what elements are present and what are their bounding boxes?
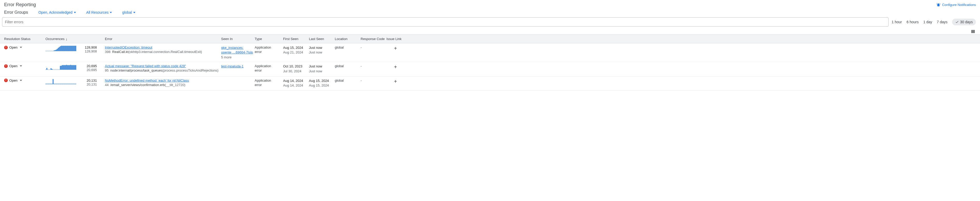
response-code-cell: - <box>361 45 387 49</box>
chevron-down-icon <box>20 47 22 48</box>
configure-notifications-link[interactable]: Configure Notifications <box>936 3 976 7</box>
occurrences-cell: 20,69520,695 <box>45 64 105 72</box>
occ-sub: 20,131 <box>79 82 97 86</box>
col-issue-link[interactable]: Issue Link <box>387 37 404 41</box>
error-location: 95 node:internal/process/task_queues(pro… <box>105 69 221 72</box>
type-cell: Applicationerror <box>255 64 283 73</box>
seen-in-cell: test-mpaluda-1 <box>221 64 255 69</box>
occ-sub: 128,908 <box>79 49 97 53</box>
sparkline <box>45 64 76 70</box>
location-cell: global <box>335 64 361 68</box>
error-status-icon <box>4 46 8 49</box>
chevron-down-icon <box>133 12 135 13</box>
time-range-selector: 1 hour6 hours1 day7 days30 days <box>892 19 976 26</box>
table-row: Open128,908128,908InterruptedIOException… <box>0 43 980 62</box>
error-status-icon <box>4 64 8 68</box>
configure-notifications-label: Configure Notifications <box>942 3 976 7</box>
error-location: 398 RealCall.kt(okhttp3.internal.connect… <box>105 50 221 54</box>
filter-resource-dropdown[interactable]: All Resources <box>86 10 112 14</box>
seen-in-link[interactable]: opente …69664-7lslp <box>221 50 255 55</box>
sparkline <box>45 45 76 51</box>
chevron-down-icon <box>110 12 112 13</box>
response-code-cell: - <box>361 78 387 82</box>
error-link[interactable]: Actual message: "Request failed with sta… <box>105 64 186 68</box>
col-error[interactable]: Error <box>105 37 221 41</box>
filter-errors-input[interactable] <box>2 17 889 27</box>
first-seen-cell: Aug 14, 2024Aug 14, 2024 <box>283 78 309 88</box>
time-option-1day[interactable]: 1 day <box>923 20 932 24</box>
occ-total: 20,695 <box>79 64 97 68</box>
occurrences-cell: 20,13120,131 <box>45 78 105 86</box>
check-icon <box>955 20 959 24</box>
seen-in-more: 5 more <box>221 55 255 59</box>
col-occurrences[interactable]: Occurrences↓ <box>45 37 105 41</box>
occ-sub: 20,695 <box>79 68 97 72</box>
add-issue-link-button[interactable]: + <box>393 45 398 51</box>
last-seen-cell: Just nowJust now <box>309 64 335 73</box>
seen-in-link[interactable]: test-mpaluda-1 <box>221 64 255 69</box>
col-resolution[interactable]: Resolution Status <box>4 37 45 41</box>
status-dropdown[interactable]: Open <box>4 64 45 68</box>
location-cell: global <box>335 45 361 49</box>
error-cell: NoMethodError: undefined method `each' f… <box>105 78 221 87</box>
add-issue-link-button[interactable]: + <box>393 78 398 85</box>
columns-icon[interactable] <box>971 29 975 34</box>
add-issue-link-button[interactable]: + <box>393 64 398 70</box>
error-location: 44 /email_server/views/confirmation.erb(… <box>105 83 221 87</box>
table-row: Open20,13120,131NoMethodError: undefined… <box>0 77 980 91</box>
response-code-cell: - <box>361 64 387 68</box>
bell-alert-icon <box>936 3 940 7</box>
table-header: Resolution Status Occurrences↓ Error See… <box>0 34 980 43</box>
error-status-icon <box>4 78 8 82</box>
col-first-seen[interactable]: First Seen <box>283 37 309 41</box>
time-option-7days[interactable]: 7 days <box>937 20 947 24</box>
status-dropdown[interactable]: Open <box>4 45 45 49</box>
chevron-down-icon <box>20 80 22 81</box>
col-type[interactable]: Type <box>255 37 283 41</box>
last-seen-cell: Just nowJust now <box>309 45 335 55</box>
page-title: Error Reporting <box>4 2 36 8</box>
location-cell: global <box>335 78 361 82</box>
time-option-1hour[interactable]: 1 hour <box>892 20 902 24</box>
error-link[interactable]: InterruptedIOException: timeout <box>105 45 153 49</box>
error-link[interactable]: NoMethodError: undefined method `each' f… <box>105 78 189 82</box>
error-cell: Actual message: "Request failed with sta… <box>105 64 221 72</box>
occ-total: 20,131 <box>79 78 97 82</box>
col-location[interactable]: Location <box>335 37 361 41</box>
filter-status-dropdown[interactable]: Open, Acknowledged <box>38 10 76 14</box>
col-response-code[interactable]: Response Code <box>361 37 387 41</box>
time-option-6hours[interactable]: 6 hours <box>907 20 919 24</box>
type-cell: Applicationerror <box>255 78 283 87</box>
occurrences-cell: 128,908128,908 <box>45 45 105 53</box>
occ-total: 128,908 <box>79 45 97 49</box>
col-seen-in[interactable]: Seen In <box>221 37 255 41</box>
subheader-title: Error Groups <box>4 10 28 15</box>
chevron-down-icon <box>20 65 22 67</box>
type-cell: Applicationerror <box>255 45 283 54</box>
status-dropdown[interactable]: Open <box>4 78 45 82</box>
sort-desc-icon: ↓ <box>65 37 68 41</box>
sparkline <box>45 78 76 84</box>
table-row: Open20,69520,695Actual message: "Request… <box>0 62 980 76</box>
seen-in-link[interactable]: gke_instances: <box>221 45 255 50</box>
first-seen-cell: Aug 15, 2024Aug 21, 2024 <box>283 45 309 55</box>
last-seen-cell: Aug 15, 2024Aug 15, 2024 <box>309 78 335 88</box>
chevron-down-icon <box>74 12 76 13</box>
time-option-30days[interactable]: 30 days <box>952 19 976 26</box>
col-last-seen[interactable]: Last Seen <box>309 37 335 41</box>
seen-in-cell: gke_instances:opente …69664-7lslp5 more <box>221 45 255 59</box>
filter-region-dropdown[interactable]: global <box>122 10 135 14</box>
error-cell: InterruptedIOException: timeout398 RealC… <box>105 45 221 54</box>
first-seen-cell: Oct 10, 2023Jul 30, 2024 <box>283 64 309 73</box>
